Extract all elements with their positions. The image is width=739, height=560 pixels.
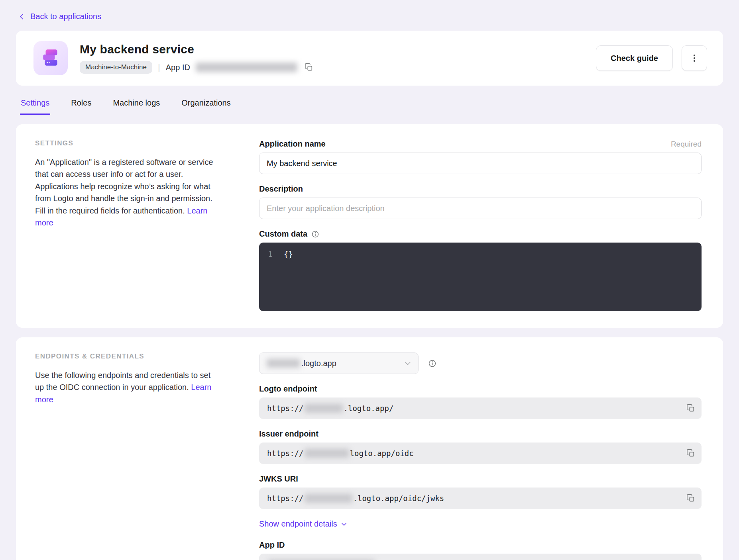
required-indicator: Required (671, 140, 702, 149)
settings-aside: SETTINGS An "Application" is a registere… (35, 139, 221, 229)
settings-section-description: An "Application" is a registered softwar… (35, 156, 221, 229)
copy-jwks-uri-button[interactable] (685, 492, 697, 504)
endpoints-card: ENDPOINTS & CREDENTIALS Use the followin… (16, 337, 723, 560)
tab-organizations[interactable]: Organizations (181, 98, 231, 115)
url-prefix: https:// (267, 449, 304, 458)
page-title: My backend service (80, 43, 315, 56)
issuer-endpoint-field: Issuer endpoint https:// logto.app/oidc (259, 429, 702, 464)
logto-endpoint-field: Logto endpoint https:// .logto.app/ (259, 384, 702, 419)
editor-line-number: 1 (267, 250, 273, 258)
info-icon[interactable] (311, 230, 319, 238)
endpoints-form: .logto.app Logto endpoint https:// .logt… (259, 352, 702, 560)
copy-app-id-button[interactable] (685, 558, 697, 560)
jwks-uri-field: JWKS URI https:// .logto.app/oidc/jwks (259, 474, 702, 509)
redacted-tenant-id (305, 449, 349, 458)
check-guide-button[interactable]: Check guide (596, 45, 673, 71)
endpoints-section-description: Use the following endpoints and credenti… (35, 369, 221, 405)
meta-divider: | (158, 62, 160, 72)
issuer-endpoint-value: https:// logto.app/oidc (259, 443, 702, 464)
info-icon[interactable] (428, 359, 436, 368)
settings-section-heading: SETTINGS (35, 139, 221, 147)
tab-bar: Settings Roles Machine logs Organization… (20, 98, 723, 115)
tenant-domain-suffix: .logto.app (301, 359, 336, 368)
tab-settings[interactable]: Settings (20, 98, 50, 115)
url-prefix: https:// (267, 404, 304, 413)
description-field: Description (259, 184, 702, 219)
app-id-label: App ID (166, 63, 190, 72)
show-endpoint-details-link[interactable]: Show endpoint details (259, 519, 348, 529)
jwks-uri-value: https:// .logto.app/oidc/jwks (259, 488, 702, 509)
copy-icon (305, 63, 313, 72)
app-id-field-label: App ID (259, 540, 285, 550)
chevron-down-icon (404, 359, 412, 367)
tab-machine-logs[interactable]: Machine logs (112, 98, 161, 115)
custom-data-field: Custom data 1 {} (259, 229, 702, 311)
header-actions: Check guide (596, 45, 707, 71)
app-meta-row: Machine-to-Machine | App ID (80, 61, 315, 74)
tab-roles[interactable]: Roles (70, 98, 92, 115)
tenant-endpoint-select[interactable]: .logto.app (259, 352, 419, 374)
url-suffix: logto.app/oidc (350, 449, 414, 458)
kebab-menu-icon (690, 53, 699, 63)
copy-app-id-button[interactable] (303, 61, 315, 73)
description-input[interactable] (259, 198, 702, 219)
tenant-endpoint-row: .logto.app (259, 352, 702, 374)
url-prefix: https:// (267, 494, 304, 503)
show-endpoint-details-row: Show endpoint details (259, 519, 702, 529)
back-to-applications-link[interactable]: Back to applications (18, 12, 101, 21)
url-suffix: .logto.app/oidc/jwks (353, 494, 444, 503)
settings-form: Application name Required Description Cu… (259, 139, 702, 311)
copy-logto-endpoint-button[interactable] (685, 402, 697, 414)
custom-data-label: Custom data (259, 229, 307, 239)
endpoints-section-heading: ENDPOINTS & CREDENTIALS (35, 352, 221, 360)
application-name-field: Application name Required (259, 139, 702, 174)
editor-code-text: {} (284, 250, 293, 258)
jwks-uri-label: JWKS URI (259, 474, 298, 484)
description-label: Description (259, 184, 303, 194)
logto-endpoint-label: Logto endpoint (259, 384, 317, 394)
app-header-info: My backend service Machine-to-Machine | … (80, 43, 315, 74)
copy-icon (686, 449, 695, 458)
show-endpoint-details-label: Show endpoint details (259, 519, 337, 529)
redacted-tenant-id (267, 359, 300, 368)
more-actions-button[interactable] (682, 45, 707, 71)
redacted-tenant-id (305, 494, 352, 503)
url-suffix: .logto.app/ (344, 404, 394, 413)
app-type-badge: Machine-to-Machine (80, 61, 152, 74)
redacted-app-id-value (196, 63, 297, 72)
endpoints-aside: ENDPOINTS & CREDENTIALS Use the followin… (35, 352, 221, 405)
copy-icon (686, 494, 695, 503)
copy-icon (686, 404, 695, 413)
chevron-left-icon (18, 13, 26, 20)
app-header-card: My backend service Machine-to-Machine | … (16, 31, 723, 86)
settings-card: SETTINGS An "Application" is a registere… (16, 124, 723, 328)
application-details-page: Back to applications M (0, 0, 739, 560)
application-name-label: Application name (259, 139, 326, 149)
logto-endpoint-value: https:// .logto.app/ (259, 397, 702, 419)
chevron-down-icon (340, 521, 348, 528)
back-link-label: Back to applications (30, 12, 101, 21)
redacted-tenant-id (305, 404, 343, 413)
issuer-endpoint-label: Issuer endpoint (259, 429, 318, 439)
settings-description-text: An "Application" is a registered softwar… (35, 158, 213, 215)
application-name-input[interactable] (259, 153, 702, 174)
app-id-value (259, 554, 702, 560)
copy-issuer-endpoint-button[interactable] (685, 447, 697, 459)
endpoints-description-text: Use the following endpoints and credenti… (35, 371, 210, 392)
app-logo-icon (33, 41, 68, 75)
custom-data-editor[interactable]: 1 {} (259, 243, 702, 311)
app-id-field: App ID (259, 540, 702, 560)
